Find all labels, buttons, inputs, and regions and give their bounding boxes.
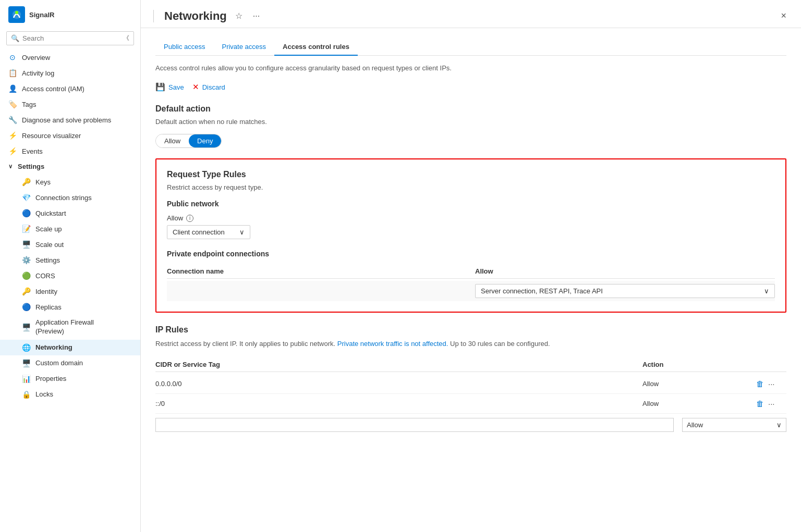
sidebar-item-scale-out[interactable]: 🖥️ Scale out xyxy=(0,237,140,252)
sidebar-item-events[interactable]: ⚡ Events xyxy=(0,143,140,159)
sidebar-label-app-firewall: Application Firewall(Preview) xyxy=(35,318,94,336)
access-control-icon: 👤 xyxy=(8,84,17,93)
tab-public-access[interactable]: Public access xyxy=(155,39,213,56)
diagnose-icon: 🔧 xyxy=(8,116,17,124)
pec-table-header: Connection name Allow xyxy=(167,264,775,279)
sidebar-item-resource-visualizer[interactable]: ⚡ Resource visualizer xyxy=(0,128,140,143)
dropdown-value: Client connection xyxy=(173,228,225,236)
info-icon[interactable]: i xyxy=(186,215,193,222)
sidebar-label-keys: Keys xyxy=(35,178,51,186)
ip-rules-section: IP Rules Restrict access by client IP. I… xyxy=(155,325,786,436)
client-connection-dropdown[interactable]: Client connection ∨ xyxy=(167,225,250,239)
more-options-button[interactable]: ··· xyxy=(251,9,262,23)
sidebar-label-diagnose: Diagnose and solve problems xyxy=(22,116,111,124)
sidebar-label-tags: Tags xyxy=(22,101,36,108)
sidebar-item-connection-strings[interactable]: 💎 Connection strings xyxy=(0,190,140,205)
ip-rules-desc: Restrict access by client IP. It only ap… xyxy=(155,339,786,349)
scale-up-icon: 📝 xyxy=(22,225,30,233)
header-divider xyxy=(153,10,154,22)
signalr-logo-icon xyxy=(8,6,25,23)
ip-cidr-value: ::/0 xyxy=(155,400,634,407)
private-endpoint-connections-section: Private endpoint connections Connection … xyxy=(167,250,775,301)
delete-button[interactable]: 🗑 xyxy=(755,378,765,389)
new-action-value: Allow xyxy=(687,421,703,429)
search-input[interactable] xyxy=(22,34,120,42)
save-button[interactable]: 💾 Save xyxy=(155,80,184,94)
delete-button[interactable]: 🗑 xyxy=(755,398,765,409)
sidebar-item-scale-up[interactable]: 📝 Scale up xyxy=(0,221,140,237)
allow-label: Allow i xyxy=(167,214,775,222)
action-chevron-down-icon: ∨ xyxy=(776,421,782,429)
sidebar-item-networking[interactable]: 🌐 Networking xyxy=(0,340,140,355)
request-type-rules-box: Request Type Rules Restrict access by re… xyxy=(155,158,786,313)
sidebar-navigation: ⊙ Overview 📋 Activity log 👤 Access contr… xyxy=(0,50,140,402)
private-network-link[interactable]: Private network traffic is not affected. xyxy=(337,340,448,348)
discard-button[interactable]: ✕ Discard xyxy=(192,80,225,94)
collapse-icon[interactable]: 《 xyxy=(123,34,129,43)
close-button[interactable]: × xyxy=(779,8,788,23)
pec-col-name: Connection name xyxy=(167,267,467,275)
sidebar-item-cors[interactable]: 🟢 CORS xyxy=(0,268,140,283)
events-icon: ⚡ xyxy=(8,147,17,155)
request-type-rules-title: Request Type Rules xyxy=(167,170,775,179)
replicas-icon: 🔵 xyxy=(22,303,30,311)
sidebar-label-connection-strings: Connection strings xyxy=(35,194,92,202)
sidebar-item-custom-domain[interactable]: 🖥️ Custom domain xyxy=(0,355,140,371)
sidebar-item-diagnose[interactable]: 🔧 Diagnose and solve problems xyxy=(0,112,140,128)
pec-title: Private endpoint connections xyxy=(167,250,775,258)
ip-col-action-header: Action xyxy=(642,361,747,368)
sidebar-item-access-control[interactable]: 👤 Access control (IAM) xyxy=(0,81,140,96)
sidebar-label-quickstart: Quickstart xyxy=(35,209,66,217)
sidebar: SignalR 🔍 《 ⊙ Overview 📋 Activity log 👤 … xyxy=(0,0,141,532)
sidebar-label-custom-domain: Custom domain xyxy=(35,359,83,367)
ip-table-header: CIDR or Service Tag Action xyxy=(155,357,786,372)
sidebar-item-settings[interactable]: ⚙️ Settings xyxy=(0,252,140,268)
sidebar-item-properties[interactable]: 📊 Properties xyxy=(0,371,140,387)
ip-action-value: Allow xyxy=(642,400,747,407)
new-cidr-input[interactable] xyxy=(155,418,674,432)
quickstart-icon: 🔵 xyxy=(22,209,30,217)
pec-allow-value: Server connection, REST API, Trace API xyxy=(481,287,603,295)
new-action-dropdown[interactable]: Allow ∨ xyxy=(682,418,786,432)
ip-rules-title: IP Rules xyxy=(155,325,786,335)
more-options-icon[interactable]: ··· xyxy=(768,399,775,408)
default-action-toggle[interactable]: Allow Deny xyxy=(155,134,222,148)
request-type-rules-desc: Restrict access by request type. xyxy=(167,183,775,191)
toggle-allow[interactable]: Allow xyxy=(156,134,189,147)
sidebar-item-identity[interactable]: 🔑 Identity xyxy=(0,283,140,299)
search-box[interactable]: 🔍 《 xyxy=(6,31,134,45)
sidebar-item-activity-log[interactable]: 📋 Activity log xyxy=(0,65,140,81)
default-action-section: Default action Default action when no ru… xyxy=(155,104,786,148)
save-icon: 💾 xyxy=(155,82,165,92)
sidebar-label-replicas: Replicas xyxy=(35,303,62,311)
tab-access-control-rules[interactable]: Access control rules xyxy=(274,39,358,56)
sidebar-label-locks: Locks xyxy=(35,390,53,398)
sidebar-item-locks[interactable]: 🔒 Locks xyxy=(0,387,140,402)
more-options-icon[interactable]: ··· xyxy=(768,379,775,388)
settings-section-label: Settings xyxy=(18,163,44,170)
sidebar-label-networking: Networking xyxy=(35,343,72,351)
favorite-button[interactable]: ☆ xyxy=(233,9,245,23)
tags-icon: 🏷️ xyxy=(8,100,17,108)
sidebar-item-overview[interactable]: ⊙ Overview xyxy=(0,50,140,65)
sidebar-item-app-firewall[interactable]: 🖥️ Application Firewall(Preview) xyxy=(0,315,140,340)
sidebar-label-events: Events xyxy=(22,147,43,155)
sidebar-item-replicas[interactable]: 🔵 Replicas xyxy=(0,299,140,315)
sidebar-label-scale-out: Scale out xyxy=(35,241,64,249)
default-action-title: Default action xyxy=(155,104,786,114)
sidebar-item-tags[interactable]: 🏷️ Tags xyxy=(0,96,140,112)
overview-icon: ⊙ xyxy=(8,53,17,61)
sidebar-item-keys[interactable]: 🔑 Keys xyxy=(0,174,140,190)
sidebar-item-quickstart[interactable]: 🔵 Quickstart xyxy=(0,205,140,221)
pec-chevron-down-icon: ∨ xyxy=(764,287,769,295)
page-header: Networking ☆ ··· × xyxy=(141,0,801,28)
networking-icon: 🌐 xyxy=(22,343,30,352)
settings-icon: ⚙️ xyxy=(22,256,30,264)
pec-allow-dropdown[interactable]: Server connection, REST API, Trace API ∨ xyxy=(475,284,775,298)
ip-action-value: Allow xyxy=(642,380,747,388)
tab-private-access[interactable]: Private access xyxy=(213,39,274,56)
custom-domain-icon: 🖥️ xyxy=(22,359,30,367)
properties-icon: 📊 xyxy=(22,375,30,383)
toggle-deny[interactable]: Deny xyxy=(189,134,221,147)
sidebar-label-identity: Identity xyxy=(35,288,57,295)
